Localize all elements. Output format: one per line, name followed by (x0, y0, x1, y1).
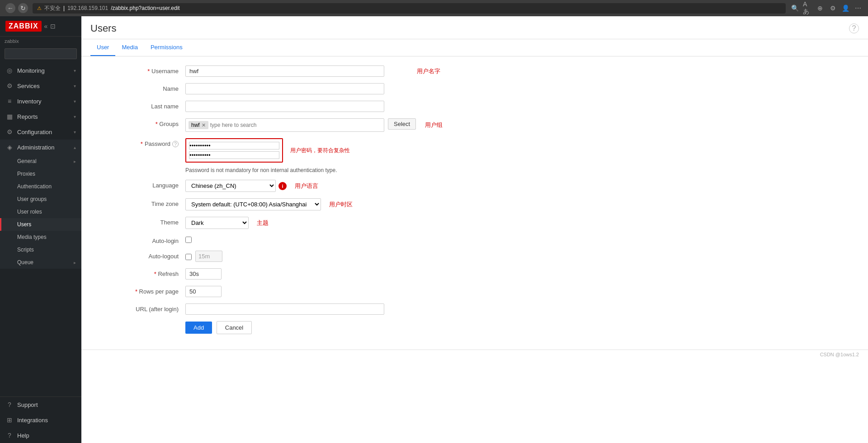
add-button[interactable]: Add (185, 322, 212, 334)
timezone-annotation: 用户时区 (329, 201, 353, 209)
groups-tag-label: hwf (191, 122, 200, 128)
theme-control: Dark 主题 (185, 217, 411, 229)
sidebar-sub-media-types-label: Media types (17, 234, 47, 240)
language-select[interactable]: Chinese (zh_CN) (185, 180, 276, 192)
groups-tag-remove[interactable]: ✕ (202, 122, 206, 128)
sidebar-item-reports[interactable]: ▦ Reports ▾ (0, 109, 81, 124)
sidebar-sub-general[interactable]: General ▸ (0, 155, 81, 168)
username-input[interactable] (185, 65, 384, 77)
sidebar-sub-scripts[interactable]: Scripts (0, 243, 81, 256)
expand-icon[interactable]: ⊡ (50, 23, 56, 30)
refresh-button[interactable]: ↻ (18, 3, 28, 13)
address-bar[interactable]: ⚠ 不安全 | 192.168.159.101 /zabbix.php?acti… (33, 3, 786, 14)
url-input[interactable] (185, 303, 384, 315)
groups-box[interactable]: hwf ✕ (185, 118, 384, 132)
collapse-icon[interactable]: « (44, 23, 48, 30)
tab-user[interactable]: User (90, 39, 115, 56)
password-input[interactable] (189, 142, 279, 149)
search-input[interactable] (5, 48, 77, 59)
sidebar-sub-user-groups[interactable]: User groups (0, 193, 81, 205)
rows-row: Rows per page (95, 286, 854, 297)
page-title: Users (90, 23, 116, 34)
lastname-input[interactable] (185, 101, 384, 112)
theme-select[interactable]: Dark (185, 217, 249, 229)
password-help-icon[interactable]: ? (172, 141, 179, 147)
sidebar-sub-queue[interactable]: Queue ▸ (0, 256, 81, 269)
sidebar-item-configuration[interactable]: ⚙ Configuration ▾ (0, 124, 81, 140)
language-label: Language (95, 180, 185, 189)
sidebar-item-inventory[interactable]: ≡ Inventory ▾ (0, 93, 81, 109)
sidebar-logo: ZABBIX « ⊡ (0, 16, 81, 37)
security-warning-icon: ⚠ (37, 5, 42, 11)
sidebar-integrations[interactable]: ⊞ Integrations (0, 412, 81, 428)
integrations-icon: ⊞ (5, 416, 14, 424)
refresh-input[interactable] (185, 268, 222, 280)
monitoring-icon: ◎ (5, 67, 14, 74)
language-info-icon[interactable]: i (278, 182, 287, 190)
autologout-checkbox[interactable] (185, 254, 192, 260)
sidebar-sub-users-label: Users (17, 221, 31, 228)
back-button[interactable]: ← (5, 3, 15, 13)
chevron-icon: ▾ (74, 84, 76, 89)
user-form: Username 用户名字 Name Last name (81, 56, 868, 350)
sidebar-search (0, 45, 81, 63)
select-button[interactable]: Select (388, 118, 416, 130)
help-icon: ? (5, 432, 14, 439)
autologout-control (185, 251, 411, 262)
autologout-value-input[interactable] (195, 251, 222, 262)
cancel-button[interactable]: Cancel (217, 321, 252, 334)
autologin-row: Auto-login (95, 235, 854, 244)
sidebar-sub-media-types[interactable]: Media types (0, 231, 81, 243)
refresh-control (185, 268, 411, 280)
timezone-row: Time zone System default: (UTC+08:00) As… (95, 198, 854, 210)
main-content: Users ? User Media Permissions Username … (81, 16, 868, 443)
autologin-checkbox[interactable] (185, 237, 192, 243)
sidebar-help[interactable]: ? Help (0, 428, 81, 443)
sidebar-sub-scripts-label: Scripts (17, 247, 34, 253)
support-icon: ? (5, 401, 14, 408)
sidebar-sub-authentication[interactable]: Authentication (0, 180, 81, 193)
password-again-input[interactable] (189, 151, 279, 159)
theme-annotation: 主题 (257, 219, 269, 227)
tab-media[interactable]: Media (115, 39, 144, 56)
sidebar-item-reports-label: Reports (17, 113, 38, 120)
tab-permissions[interactable]: Permissions (144, 39, 189, 56)
sidebar-sub-proxies[interactable]: Proxies (0, 168, 81, 180)
language-annotation: 用户语言 (295, 182, 318, 190)
password-control (185, 138, 283, 163)
settings-icon[interactable]: ⚙ (828, 4, 837, 13)
refresh-label: Refresh (95, 268, 185, 277)
lastname-control (185, 101, 411, 112)
sidebar-sub-users[interactable]: Users (0, 218, 81, 231)
timezone-control: System default: (UTC+08:00) Asia/Shangha… (185, 198, 411, 210)
sidebar-bottom: ? Support ⊞ Integrations ? Help (0, 396, 81, 443)
rows-input[interactable] (185, 286, 222, 297)
timezone-select[interactable]: System default: (UTC+08:00) Asia/Shangha… (185, 198, 321, 210)
language-control: Chinese (zh_CN) i 用户语言 (185, 180, 411, 192)
sidebar-item-administration[interactable]: ◈ Administration ▴ (0, 140, 81, 155)
sidebar-item-services[interactable]: ⚙ Services ▾ (0, 78, 81, 93)
sidebar-item-services-label: Services (17, 83, 40, 89)
sidebar-support[interactable]: ? Support (0, 397, 81, 412)
autologin-label: Auto-login (95, 235, 185, 244)
toolbar-icons: 🔍 Aあ ⊕ ⚙ 👤 ⋯ (790, 4, 863, 13)
password-note-row: Password is not mandatory for non intern… (95, 165, 854, 173)
translate-icon[interactable]: Aあ (803, 4, 812, 13)
sidebar-sub-general-label: General (17, 158, 37, 164)
sidebar-help-label: Help (17, 432, 29, 439)
url-control (185, 303, 411, 315)
name-control (185, 83, 411, 94)
sidebar-sub-user-roles[interactable]: User roles (0, 205, 81, 218)
more-icon[interactable]: ⋯ (854, 4, 863, 13)
groups-search-input[interactable] (210, 122, 278, 128)
chevron-up-icon: ▴ (74, 145, 76, 150)
sidebar-sub-proxies-label: Proxies (17, 171, 35, 177)
sidebar-item-monitoring[interactable]: ◎ Monitoring ▾ (0, 63, 81, 78)
search-icon[interactable]: 🔍 (790, 4, 799, 13)
help-icon[interactable]: ? (849, 23, 859, 33)
password-inputs-box (185, 138, 283, 163)
profile-icon[interactable]: 👤 (841, 4, 850, 13)
zoom-icon[interactable]: ⊕ (816, 4, 825, 13)
theme-row: Theme Dark 主题 (95, 217, 854, 229)
name-input[interactable] (185, 83, 384, 94)
